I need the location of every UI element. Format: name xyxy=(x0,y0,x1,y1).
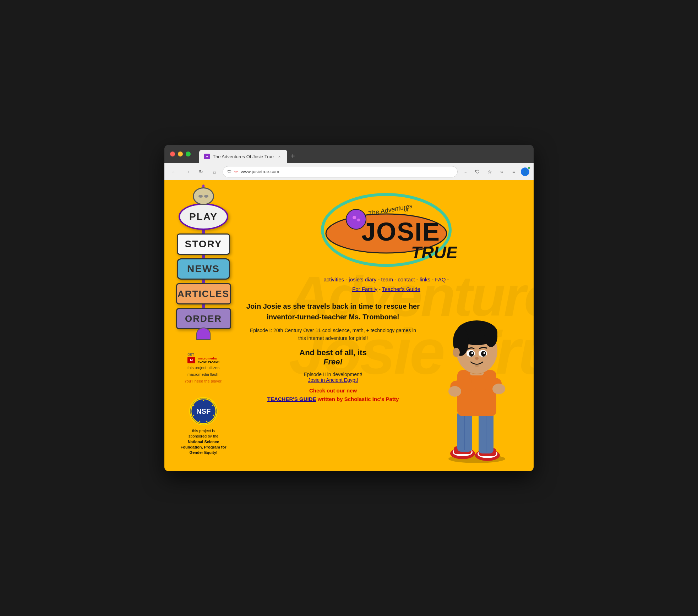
close-window-button[interactable] xyxy=(170,152,175,156)
order-nav-item[interactable]: ORDER xyxy=(176,308,231,340)
more-options-button[interactable]: ··· xyxy=(460,167,470,177)
forward-icon: → xyxy=(185,169,190,175)
contact-link[interactable]: contact xyxy=(398,276,415,282)
story-label: STORY xyxy=(185,238,222,250)
faq-link[interactable]: FAQ xyxy=(435,276,446,282)
tab-title: The Adventures Of Josie True xyxy=(213,154,274,159)
nsf-logo-svg: ★ ★ ★ ★ ★ ★ ★ NSF xyxy=(190,397,217,425)
free-label: Free! xyxy=(323,357,343,366)
forward-button[interactable]: → xyxy=(182,166,193,177)
pencil-icon: ✏ xyxy=(234,169,238,174)
macromedia-icon: M xyxy=(187,357,195,363)
play-button[interactable]: PLAY xyxy=(179,203,228,230)
teacher-guide-promo-link[interactable]: TEACHER'S GUIDE xyxy=(267,396,316,402)
story-button[interactable]: STORY xyxy=(177,233,230,255)
flash-box[interactable]: GET M macromedia FLASH PLAYER xyxy=(187,353,219,364)
family-link[interactable]: For Family xyxy=(352,286,377,292)
articles-button[interactable]: ARTICLES xyxy=(176,283,231,304)
home-icon: ⌂ xyxy=(213,169,216,175)
separator-1: - xyxy=(345,276,349,282)
title-bar: ✦ The Adventures Of Josie True × + xyxy=(164,145,534,163)
separator-3: - xyxy=(394,276,398,282)
profile-button[interactable]: 👤 xyxy=(521,167,529,176)
story-nav-item[interactable]: STORY xyxy=(177,233,230,255)
svg-point-47 xyxy=(484,352,485,354)
active-tab[interactable]: ✦ The Adventures Of Josie True × xyxy=(199,150,287,163)
order-button[interactable]: ORDER xyxy=(176,308,231,329)
tabs-area: ✦ The Adventures Of Josie True × + xyxy=(195,145,528,163)
text-section: Join Josie as she travels back in time t… xyxy=(246,301,420,403)
separator-5: - xyxy=(432,276,435,282)
profile-badge xyxy=(527,166,531,170)
tab-favicon: ✦ xyxy=(204,154,210,159)
svg-text:JOSIE: JOSIE xyxy=(361,218,440,246)
nsf-caption-bold: National Science Foundation, Program for… xyxy=(179,439,228,456)
back-button[interactable]: ← xyxy=(169,166,179,177)
window-controls xyxy=(170,152,191,156)
news-label: NEWS xyxy=(187,263,220,275)
separator-6: - xyxy=(447,276,449,282)
tab-close-button[interactable]: × xyxy=(277,154,282,159)
refresh-button[interactable]: ↻ xyxy=(196,166,206,177)
svg-point-41 xyxy=(453,348,460,357)
news-nav-item[interactable]: NEWS xyxy=(177,258,230,280)
egypt-link[interactable]: Josie in Ancient Egypt! xyxy=(308,377,358,383)
nsf-bold-text: National Science Foundation, Program for… xyxy=(181,440,227,455)
maximize-window-button[interactable] xyxy=(186,152,191,156)
svg-point-44 xyxy=(469,351,474,357)
address-bar[interactable]: 🛡 ✏ www.josietrue.com xyxy=(223,166,458,177)
activities-link[interactable]: activities xyxy=(323,276,344,282)
menu-button[interactable]: ≡ xyxy=(509,167,519,177)
flash-player-text: FLASH PLAYER xyxy=(198,361,219,364)
browser-window: ✦ The Adventures Of Josie True × + ← → ↻… xyxy=(164,145,534,471)
play-label: PLAY xyxy=(189,211,218,222)
nsf-logo: ★ ★ ★ ★ ★ ★ ★ NSF xyxy=(189,397,218,425)
home-button[interactable]: ⌂ xyxy=(209,166,220,177)
svg-text:★: ★ xyxy=(212,404,214,407)
episode2-text: Episode II in development! Josie in Anci… xyxy=(246,372,420,383)
flash-caption-line1: this project utilizes xyxy=(187,365,219,370)
svg-point-48 xyxy=(475,357,479,360)
svg-text:★: ★ xyxy=(198,420,201,423)
flash-player-section: GET M macromedia FLASH PLAYER this pro xyxy=(184,353,223,384)
sidebar: PLAY STORY NEWS xyxy=(164,180,242,471)
flash-caption-line3: You'll need the player! xyxy=(184,379,223,384)
nsf-caption: this project is sponsored by the Nationa… xyxy=(179,428,228,456)
reader-mode-button[interactable]: 🛡 xyxy=(473,167,482,177)
articles-nav-item[interactable]: ARTICLES xyxy=(176,283,231,304)
minimize-window-button[interactable] xyxy=(178,152,183,156)
url-display: www.josietrue.com xyxy=(241,169,453,174)
teachers-guide-link[interactable]: Teacher's Guide xyxy=(382,286,420,292)
svg-point-13 xyxy=(357,219,360,221)
nav-stack: PLAY STORY NEWS xyxy=(176,187,231,340)
free-heading: And best of all, its Free! xyxy=(246,348,420,367)
josie-character-svg xyxy=(431,301,523,464)
play-nav-item[interactable]: PLAY xyxy=(179,187,228,230)
svg-text:★: ★ xyxy=(192,404,195,407)
svg-text:TRUE: TRUE xyxy=(411,243,457,262)
svg-point-12 xyxy=(353,216,356,219)
svg-text:★: ★ xyxy=(192,414,195,417)
svg-point-32 xyxy=(448,386,461,397)
page-content: Adventures Josie True xyxy=(164,180,534,471)
main-content-area: The Adventures of JOSIE TRUE activities … xyxy=(242,180,534,471)
diary-link[interactable]: josie's diary xyxy=(349,276,376,282)
new-tab-button[interactable]: + xyxy=(287,151,299,162)
nsf-caption-line1: this project is xyxy=(179,428,228,434)
security-shield-icon: 🛡 xyxy=(227,169,231,174)
svg-point-33 xyxy=(492,384,505,394)
josie-true-logo: The Adventures of JOSIE TRUE xyxy=(315,187,457,269)
team-link[interactable]: team xyxy=(381,276,393,282)
free-heading-text: And best of all, its xyxy=(299,348,366,357)
svg-text:★: ★ xyxy=(202,399,205,402)
separator-2: - xyxy=(378,276,381,282)
flash-caption-line2: macromedia flash! xyxy=(187,372,219,377)
bookmark-button[interactable]: ☆ xyxy=(485,167,495,177)
order-label: ORDER xyxy=(185,313,222,324)
content-body: Join Josie as she travels back in time t… xyxy=(246,301,527,464)
extensions-button[interactable]: » xyxy=(497,167,507,177)
links-link[interactable]: links xyxy=(420,276,430,282)
sub-text: Episode I: 20th Century Over 11 cool sci… xyxy=(246,326,420,342)
news-button[interactable]: NEWS xyxy=(177,258,230,280)
character-area xyxy=(427,301,527,464)
